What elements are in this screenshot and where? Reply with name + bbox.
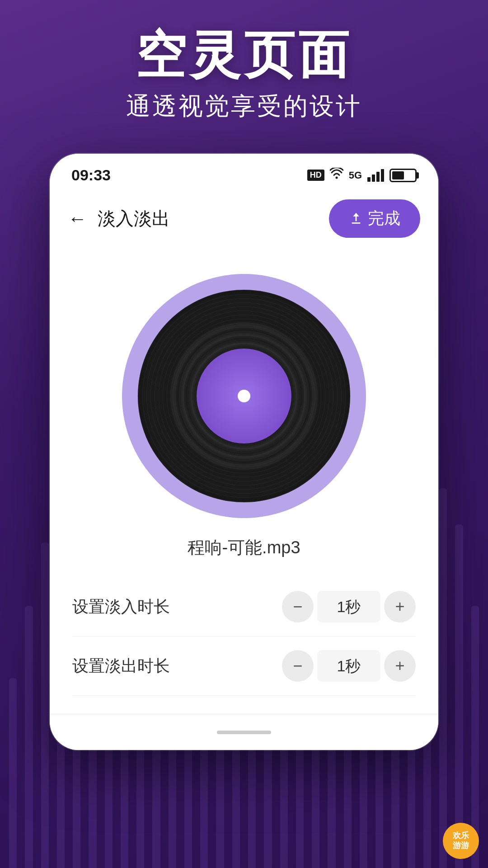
network-icon: 5G: [349, 170, 362, 181]
eq-bar: [455, 524, 463, 868]
vinyl-record: [138, 290, 350, 502]
sub-title: 通透视觉享受的设计: [0, 90, 488, 123]
vinyl-outer-ring: [122, 274, 366, 518]
vinyl-container: [50, 256, 438, 532]
main-title: 空灵页面: [0, 27, 488, 83]
content-area: 程响-可能.mp3 设置淡入时长 − 1秒 + 设置淡出时长 − 1秒 +: [50, 247, 438, 714]
top-heading-section: 空灵页面 通透视觉享受的设计: [0, 27, 488, 123]
song-name: 程响-可能.mp3: [50, 536, 438, 559]
page-title: 淡入淡出: [98, 206, 170, 231]
wifi-icon: [330, 168, 343, 183]
vinyl-center: [197, 349, 291, 443]
fade-out-label: 设置淡出时长: [72, 655, 170, 677]
fade-out-setting-row: 设置淡出时长 − 1秒 +: [72, 637, 416, 696]
status-icons: HD 5G: [307, 168, 417, 183]
fade-in-label: 设置淡入时长: [72, 596, 170, 618]
phone-mockup: 09:33 HD 5G: [50, 154, 438, 750]
settings-area: 设置淡入时长 − 1秒 + 设置淡出时长 − 1秒 +: [50, 577, 438, 696]
fade-out-minus-button[interactable]: −: [282, 650, 314, 682]
fade-in-setting-row: 设置淡入时长 − 1秒 +: [72, 577, 416, 637]
bottom-handle: [217, 731, 271, 734]
complete-label: 完成: [368, 208, 400, 230]
eq-bar: [9, 678, 17, 868]
fade-out-plus-button[interactable]: +: [384, 650, 416, 682]
fade-in-value: 1秒: [317, 591, 380, 623]
watermark-badge: 欢乐游游: [443, 823, 479, 859]
header-left: ← 淡入淡出: [68, 206, 170, 231]
fade-in-control: − 1秒 +: [282, 591, 416, 623]
status-bar: 09:33 HD 5G: [50, 154, 438, 189]
watermark-text: 欢乐游游: [453, 831, 469, 850]
fade-in-plus-button[interactable]: +: [384, 591, 416, 623]
battery-icon: [389, 169, 417, 182]
signal-icon: [367, 169, 384, 182]
complete-button[interactable]: 完成: [329, 199, 420, 238]
hd-icon: HD: [307, 170, 324, 181]
upload-icon: [349, 212, 363, 226]
watermark: 欢乐游游: [443, 823, 479, 859]
status-time: 09:33: [71, 166, 111, 184]
eq-bar: [439, 488, 447, 868]
fade-in-minus-button[interactable]: −: [282, 591, 314, 623]
fade-out-value: 1秒: [317, 650, 380, 682]
back-button[interactable]: ←: [68, 208, 87, 230]
svg-point-0: [335, 177, 338, 179]
fade-out-control: − 1秒 +: [282, 650, 416, 682]
eq-bar: [25, 606, 33, 868]
eq-bar: [41, 542, 49, 868]
app-header: ← 淡入淡出 完成: [50, 189, 438, 247]
vinyl-center-dot: [238, 390, 250, 402]
bottom-bar: [50, 714, 438, 750]
